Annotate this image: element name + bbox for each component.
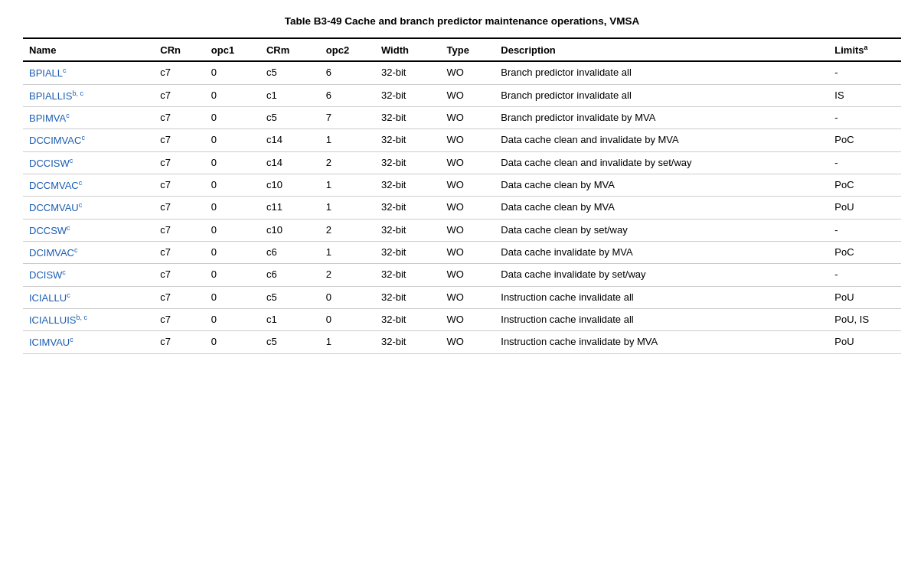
cell-name[interactable]: ICIALLUc	[23, 286, 154, 308]
cell-width: 32-bit	[375, 129, 441, 151]
cell-crn: c7	[154, 308, 205, 330]
cell-name[interactable]: BPIMVAc	[23, 106, 154, 128]
cell-name[interactable]: DCIMVACc	[23, 241, 154, 263]
col-header-crn: CRn	[154, 38, 205, 61]
table-row: DCCSWcc70c10232-bitWOData cache clean by…	[23, 219, 901, 241]
cell-type: WO	[441, 174, 495, 196]
cell-opc2: 1	[320, 197, 375, 219]
cell-opc2: 1	[320, 174, 375, 196]
table-row: DCISWcc70c6232-bitWOData cache invalidat…	[23, 264, 901, 286]
cell-description: Data cache invalidate by MVA	[495, 241, 828, 263]
cell-crn: c7	[154, 129, 205, 151]
table-row: DCCIMVACcc70c14132-bitWOData cache clean…	[23, 129, 901, 151]
cell-limits: PoU, IS	[828, 308, 901, 330]
cell-limits: PoC	[828, 129, 901, 151]
cell-crm: c14	[260, 129, 320, 151]
cell-opc2: 2	[320, 151, 375, 174]
cell-type: WO	[441, 219, 495, 241]
col-header-opc2: opc2	[320, 38, 375, 61]
cell-crm: c5	[260, 61, 320, 84]
cell-width: 32-bit	[375, 61, 441, 84]
cell-crn: c7	[154, 331, 205, 353]
cell-opc1: 0	[205, 84, 260, 106]
cell-opc2: 7	[320, 106, 375, 128]
cell-width: 32-bit	[375, 241, 441, 263]
cell-opc1: 0	[205, 241, 260, 263]
cell-type: WO	[441, 308, 495, 330]
cell-crm: c5	[260, 286, 320, 308]
cell-name[interactable]: DCCIMVACc	[23, 129, 154, 151]
cell-crm: c6	[260, 264, 320, 286]
cell-name[interactable]: ICIMVAUc	[23, 331, 154, 353]
cell-limits: -	[828, 61, 901, 84]
cell-opc1: 0	[205, 308, 260, 330]
cell-opc1: 0	[205, 197, 260, 219]
cell-opc1: 0	[205, 106, 260, 128]
cell-name[interactable]: DCCSWc	[23, 219, 154, 241]
cell-opc1: 0	[205, 61, 260, 84]
cell-opc2: 6	[320, 61, 375, 84]
cell-limits: PoC	[828, 241, 901, 263]
col-header-limits: Limitsa	[828, 38, 901, 61]
cell-description: Data cache clean and invalidate by set/w…	[495, 151, 828, 174]
cell-description: Data cache clean by MVA	[495, 174, 828, 196]
cell-name[interactable]: DCISWc	[23, 264, 154, 286]
cell-opc1: 0	[205, 219, 260, 241]
main-table: Name CRn opc1 CRm opc2 Width Type Descri…	[23, 37, 901, 354]
cell-crm: c1	[260, 84, 320, 106]
cell-limits: PoC	[828, 174, 901, 196]
cell-type: WO	[441, 286, 495, 308]
cell-opc2: 0	[320, 308, 375, 330]
cell-crm: c11	[260, 197, 320, 219]
col-header-width: Width	[375, 38, 441, 61]
cell-name[interactable]: BPIALLISb, c	[23, 84, 154, 106]
cell-width: 32-bit	[375, 286, 441, 308]
cell-width: 32-bit	[375, 84, 441, 106]
cell-name[interactable]: DCCMVAUc	[23, 197, 154, 219]
cell-opc2: 1	[320, 241, 375, 263]
cell-opc1: 0	[205, 264, 260, 286]
table-row: ICIALLUISb, cc70c1032-bitWOInstruction c…	[23, 308, 901, 330]
cell-crn: c7	[154, 106, 205, 128]
cell-opc2: 1	[320, 129, 375, 151]
cell-opc1: 0	[205, 286, 260, 308]
col-header-name: Name	[23, 38, 154, 61]
table-row: DCCMVACcc70c10132-bitWOData cache clean …	[23, 174, 901, 196]
cell-width: 32-bit	[375, 151, 441, 174]
cell-name[interactable]: DCCMVACc	[23, 174, 154, 196]
cell-description: Data cache clean and invalidate by MVA	[495, 129, 828, 151]
table-row: DCIMVACcc70c6132-bitWOData cache invalid…	[23, 241, 901, 263]
cell-limits: IS	[828, 84, 901, 106]
cell-crn: c7	[154, 174, 205, 196]
cell-crm: c6	[260, 241, 320, 263]
cell-opc2: 2	[320, 264, 375, 286]
cell-opc1: 0	[205, 129, 260, 151]
cell-description: Branch predictor invalidate all	[495, 84, 828, 106]
cell-name[interactable]: ICIALLUISb, c	[23, 308, 154, 330]
cell-crn: c7	[154, 241, 205, 263]
cell-limits: -	[828, 151, 901, 174]
cell-width: 32-bit	[375, 197, 441, 219]
cell-crn: c7	[154, 197, 205, 219]
cell-type: WO	[441, 197, 495, 219]
cell-limits: -	[828, 264, 901, 286]
cell-type: WO	[441, 61, 495, 84]
cell-opc2: 6	[320, 84, 375, 106]
cell-name[interactable]: BPIALLc	[23, 61, 154, 84]
col-header-type: Type	[441, 38, 495, 61]
cell-type: WO	[441, 84, 495, 106]
cell-opc1: 0	[205, 174, 260, 196]
cell-limits: -	[828, 219, 901, 241]
cell-width: 32-bit	[375, 219, 441, 241]
cell-crn: c7	[154, 264, 205, 286]
table-row: BPIMVAcc70c5732-bitWOBranch predictor in…	[23, 106, 901, 128]
table-title: Table B3-49 Cache and branch predictor m…	[23, 15, 901, 27]
cell-name[interactable]: DCCISWc	[23, 151, 154, 174]
table-row: DCCISWcc70c14232-bitWOData cache clean a…	[23, 151, 901, 174]
table-row: ICIALLUcc70c5032-bitWOInstruction cache …	[23, 286, 901, 308]
cell-opc1: 0	[205, 331, 260, 353]
cell-type: WO	[441, 129, 495, 151]
cell-limits: -	[828, 106, 901, 128]
table-row: ICIMVAUcc70c5132-bitWOInstruction cache …	[23, 331, 901, 353]
cell-opc2: 0	[320, 286, 375, 308]
